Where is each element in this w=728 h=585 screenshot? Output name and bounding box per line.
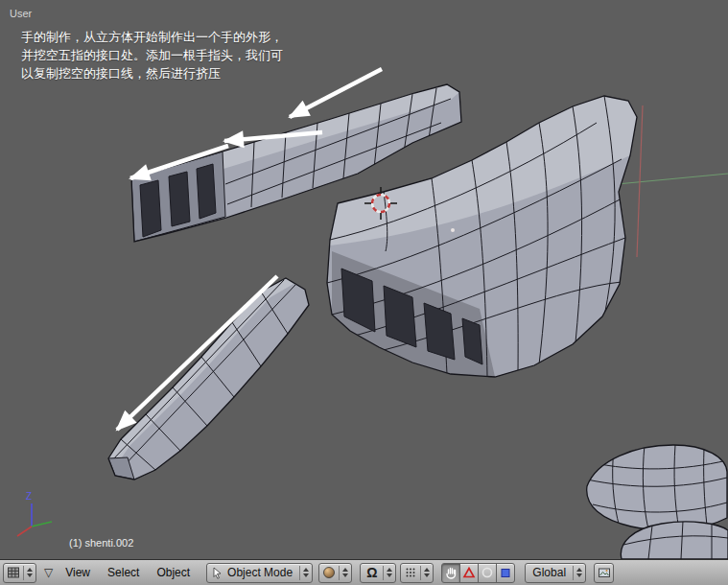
annotation-line: 并挖空五指的接口处。添加一根手指头，我们可 xyxy=(21,46,283,64)
orientation-label: Global xyxy=(528,566,570,579)
orientation-spinner[interactable] xyxy=(573,566,582,580)
collapse-triangle-icon: ▽ xyxy=(44,566,53,579)
mesh-finger-bottom[interactable] xyxy=(108,278,309,480)
scene-canvas[interactable]: Z xyxy=(0,0,728,559)
manipulator-toggles xyxy=(441,563,515,583)
blender-window: Z User 手的制作，从立方体开始制作出一个手的外形， 并挖空五指的接口处。添… xyxy=(0,0,728,585)
sphere-icon xyxy=(322,566,336,579)
draw-type-selector[interactable] xyxy=(318,563,352,583)
translate-triangle-icon xyxy=(462,566,476,579)
menu-select[interactable]: Select xyxy=(99,566,148,579)
draw-type-spinner[interactable] xyxy=(339,566,348,580)
editor-type-spinner[interactable] xyxy=(23,566,33,580)
viewport-3d[interactable]: Z User 手的制作，从立方体开始制作出一个手的外形， 并挖空五指的接口处。添… xyxy=(0,0,728,559)
viewport-header: ▽ View Select Object Object Mode xyxy=(0,559,728,585)
render-preview-icon xyxy=(598,566,611,579)
menu-object[interactable]: Object xyxy=(148,566,199,579)
tutorial-annotation: 手的制作，从立方体开始制作出一个手的外形， 并挖空五指的接口处。添加一根手指头，… xyxy=(21,28,283,82)
active-object-name: (1) shenti.002 xyxy=(69,537,133,549)
object-origin-dot xyxy=(451,228,455,232)
annotation-line: 以复制挖空的接口线，然后进行挤压 xyxy=(21,64,283,82)
manipulator-hand-toggle[interactable] xyxy=(441,563,460,583)
hand-icon xyxy=(444,566,458,579)
pointer-icon xyxy=(210,566,223,579)
pivot-spinner[interactable] xyxy=(383,566,392,580)
pivot-selector[interactable]: Ω xyxy=(360,563,396,583)
orientation-selector[interactable]: Global xyxy=(525,563,586,583)
menu-view[interactable]: View xyxy=(57,566,99,579)
view-name-label: User xyxy=(10,8,32,19)
dots-grid-icon xyxy=(404,566,417,579)
editor-type-selector[interactable] xyxy=(3,563,36,583)
mode-label: Object Mode xyxy=(223,566,296,579)
mesh-corner-object[interactable] xyxy=(587,445,728,559)
rotate-circle-icon xyxy=(481,566,494,579)
annotation-line: 手的制作，从立方体开始制作出一个手的外形， xyxy=(21,28,283,46)
manipulator-scale-toggle[interactable] xyxy=(496,563,515,583)
gizmo-z-label: Z xyxy=(26,491,32,502)
manipulator-rotate-toggle[interactable] xyxy=(478,563,497,583)
mode-spinner[interactable] xyxy=(299,566,309,580)
pivot-omega-icon: Ω xyxy=(364,566,380,579)
manipulator-translate-toggle[interactable] xyxy=(459,563,479,583)
mode-selector[interactable]: Object Mode xyxy=(206,563,313,583)
snap-spinner[interactable] xyxy=(420,566,430,580)
axis-gizmo: Z xyxy=(17,491,52,536)
header-collapse-toggle[interactable]: ▽ xyxy=(44,566,53,579)
grid-editor-icon xyxy=(7,566,20,579)
snap-selector[interactable] xyxy=(400,563,434,583)
render-preview-button[interactable] xyxy=(594,563,614,583)
scale-square-icon xyxy=(499,566,512,579)
